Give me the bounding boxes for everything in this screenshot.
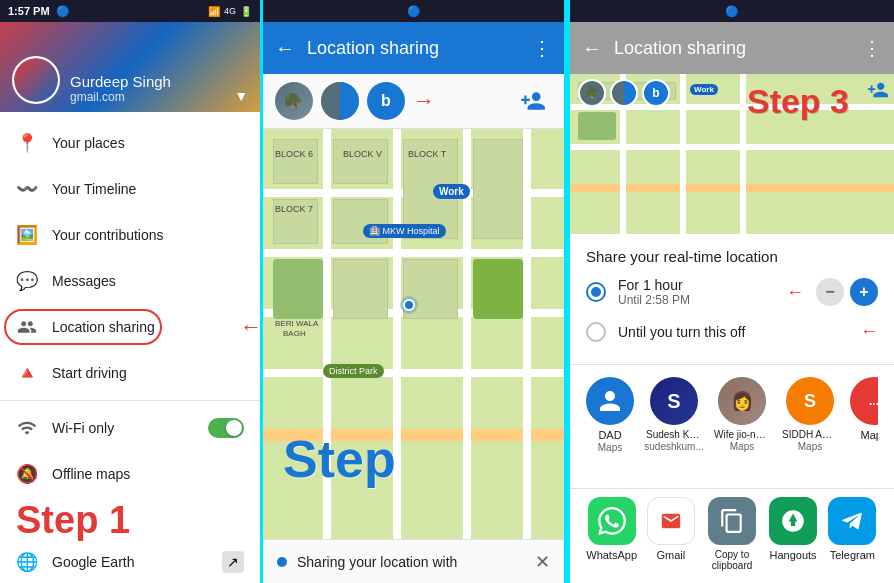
step-label: Step (283, 429, 396, 489)
duration-controls: − + (816, 278, 878, 306)
app-whatsapp[interactable]: WhatsApp (586, 497, 637, 571)
person-wife[interactable]: 👩 Wife jio-number Maps (714, 377, 770, 453)
wifi-toggle[interactable] (208, 418, 244, 438)
work-pin: Work (433, 184, 470, 199)
block2 (333, 139, 388, 184)
sidebar-item-messages[interactable]: 💬 Messages (0, 258, 260, 304)
b-avatar: b (367, 82, 405, 120)
map-area[interactable]: BLOCK 6 BLOCK V BLOCK T BLOCK 7 BERI WAL… (263, 129, 564, 539)
sudesh-avatar: S (650, 377, 698, 425)
panel3-mini-map: Work 🪖 b Step 3 (570, 74, 894, 234)
mini-avatar3: b (642, 79, 670, 107)
email: gmail.com (70, 90, 171, 104)
hangouts-icon (769, 497, 817, 545)
person-dad[interactable]: DAD Maps (586, 377, 634, 453)
radio-forever[interactable] (586, 322, 606, 342)
increase-duration-btn[interactable]: + (850, 278, 878, 306)
app-telegram[interactable]: Telegram (827, 497, 878, 571)
app-gmail[interactable]: Gmail (645, 497, 696, 571)
username: Gurdeep Singh (70, 73, 171, 90)
park2 (473, 259, 523, 319)
app-hangouts[interactable]: Hangouts (767, 497, 818, 571)
panel1-sidebar: 1:57 PM 🔵 📶 4G 🔋 Gurdeep Singh gmail.com… (0, 0, 260, 583)
map-label-bagh: BAGH (283, 329, 306, 338)
panel2-contacts: 🪖 b → (263, 74, 564, 129)
telegram-label: Telegram (830, 549, 875, 561)
bluetooth-icon2: 🔵 (407, 5, 421, 18)
mini-add-person[interactable] (867, 79, 889, 105)
sidebar-item-your-contributions[interactable]: 🖼️ Your contributions (0, 212, 260, 258)
back-arrow-btn[interactable]: ← (275, 37, 295, 60)
red-arrow-option2: ← (860, 321, 878, 342)
step1-container: Step 1 (0, 497, 260, 539)
district-park-label: District Park (323, 364, 384, 378)
wifi-only-label: Wi-Fi only (52, 420, 208, 436)
add-person-btn[interactable] (514, 82, 552, 120)
panel3-more-btn[interactable]: ⋮ (862, 36, 882, 60)
sharing-text: Sharing your location with (297, 554, 457, 570)
person-siddh[interactable]: S SIDDH ARATH SI... Maps (782, 377, 838, 453)
sidebar-item-label: Start driving (52, 365, 244, 381)
pie-avatar (321, 82, 359, 120)
sudesh-sub: sudeshkum... (644, 441, 703, 452)
wife-avatar: 👩 (718, 377, 766, 425)
sidebar-item-google-earth[interactable]: 🌐 Google Earth ↗ (0, 539, 260, 583)
contact-avatar-2[interactable] (321, 82, 359, 120)
block7 (473, 139, 523, 239)
whatsapp-icon (588, 497, 636, 545)
panel2-topbar: ← Location sharing ⋮ (263, 22, 564, 74)
more-options-btn[interactable]: ⋮ (532, 36, 552, 60)
decrease-duration-btn[interactable]: − (816, 278, 844, 306)
map-label-blockt: BLOCK T (408, 149, 446, 159)
contact-avatar-3[interactable]: b (367, 82, 405, 120)
sidebar-item-offline-maps[interactable]: 🔕 Offline maps (0, 451, 260, 497)
mini-road-v2 (680, 74, 686, 234)
red-arrow-left: ← (240, 314, 260, 340)
dad-avatar (586, 377, 634, 425)
dad-name: DAD (586, 429, 634, 442)
person-sudesh[interactable]: S Sudesh Kumar Jo... sudeshkum... (646, 377, 702, 453)
google-earth-label: Google Earth (52, 554, 222, 570)
pin-icon: 📍 (16, 132, 38, 154)
sidebar-item-your-places[interactable]: 📍 Your places (0, 120, 260, 166)
helmet-avatar: 🪖 (275, 82, 313, 120)
offline-maps-label: Offline maps (52, 466, 244, 482)
copy-icon (708, 497, 756, 545)
dropdown-arrow[interactable]: ▼ (234, 88, 248, 104)
panel2-map-view: 🔵 ← Location sharing ⋮ 🪖 b → (260, 0, 567, 583)
mini-avatar2 (610, 79, 638, 107)
siddh-name: SIDDH ARATH SI... (782, 429, 838, 441)
panel3-back-btn[interactable]: ← (582, 37, 602, 60)
step3-label: Step 3 (747, 82, 849, 121)
road-v4 (523, 129, 531, 539)
bluetooth-icon: 🔵 (56, 5, 70, 18)
sidebar-item-start-driving[interactable]: 🔺 Start driving (0, 350, 260, 396)
dad-sub: Maps (598, 442, 622, 453)
toggle-knob (226, 420, 242, 436)
share-option-1hour[interactable]: For 1 hour Until 2:58 PM ← − + (586, 277, 878, 307)
radio-1hour[interactable] (586, 282, 606, 302)
app-copy[interactable]: Copy to clipboard (705, 497, 760, 571)
sidebar-item-location-sharing[interactable]: Location sharing ← (0, 304, 260, 350)
contact-avatar-1[interactable]: 🪖 (275, 82, 313, 120)
option2-main: Until you turn this off (618, 324, 860, 340)
mini-road-h2 (570, 144, 894, 150)
red-arrow-right: → (413, 88, 435, 114)
panel3-people: DAD Maps S Sudesh Kumar Jo... sudeshkum.… (570, 365, 894, 488)
close-btn[interactable]: ✕ (535, 551, 550, 573)
share-option-forever[interactable]: Until you turn this off ← (586, 321, 878, 342)
whatsapp-label: WhatsApp (586, 549, 637, 561)
sidebar-item-wifi-only[interactable]: Wi-Fi only (0, 405, 260, 451)
option1-sub: Until 2:58 PM (618, 293, 786, 307)
red-arrow-option1: ← (786, 282, 804, 303)
map-label-beri: BERI WALA (275, 319, 318, 328)
status-time: 1:57 PM (8, 5, 50, 17)
gmail-label: Gmail (657, 549, 686, 561)
battery-icon: 🔋 (240, 6, 252, 17)
external-link-icon: ↗ (222, 551, 244, 573)
sidebar-item-your-timeline[interactable]: 〰️ Your Timeline (0, 166, 260, 212)
block1 (273, 139, 318, 184)
option2-text: Until you turn this off (618, 324, 860, 340)
person-more[interactable]: ... Maps (850, 377, 878, 453)
road-h4 (263, 369, 564, 377)
